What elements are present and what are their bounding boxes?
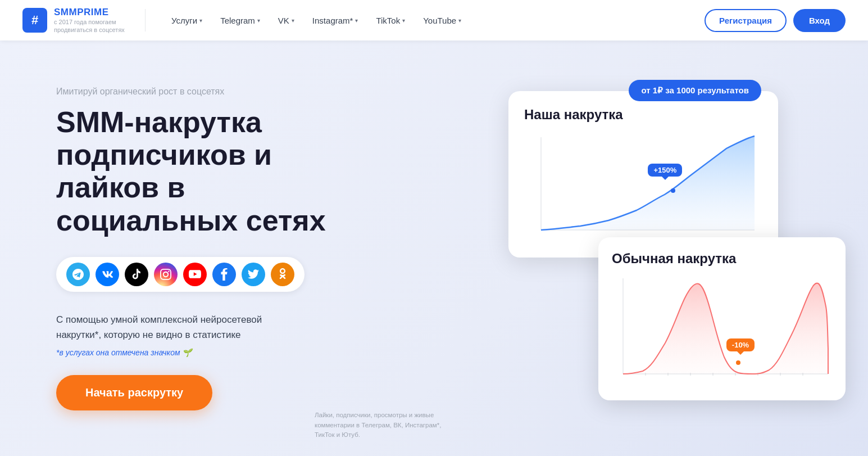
social-icon-ok[interactable] — [271, 263, 294, 286]
social-icons-row — [56, 257, 305, 292]
hero-description: С помощью умной комплексной нейросетевой… — [56, 312, 292, 342]
chevron-down-icon: ▾ — [355, 17, 358, 24]
chevron-down-icon: ▾ — [199, 17, 202, 24]
nav-label-vk: VK — [278, 16, 289, 25]
hero-left: Имитируй органический рост в соцсетях SM… — [56, 87, 348, 410]
nav: Услуги ▾ Telegram ▾ VK ▾ Instagram* ▾ Ti… — [163, 11, 705, 30]
nav-item-uslugi[interactable]: Услуги ▾ — [163, 11, 210, 30]
logo-brand: SMMPRIME — [54, 7, 127, 18]
card-normal-title: Обычная накрутка — [612, 251, 832, 267]
register-button[interactable]: Регистрация — [705, 9, 787, 32]
cta-button[interactable]: Начать раскрутку — [56, 375, 212, 410]
small-description: Лайки, подписчики, просмотры и живые ком… — [315, 410, 449, 440]
social-icon-twitter[interactable] — [242, 263, 265, 286]
nav-item-youtube[interactable]: YouTube ▾ — [415, 11, 469, 30]
social-icon-telegram[interactable] — [66, 263, 90, 286]
growth-label-150: +150% — [648, 164, 682, 177]
nav-item-vk[interactable]: VK ▾ — [270, 11, 302, 30]
logo-icon: # — [22, 8, 47, 33]
header-actions: Регистрация Вход — [705, 9, 846, 32]
hash-symbol: # — [31, 13, 38, 28]
nav-label-uslugi: Услуги — [171, 16, 197, 25]
nav-item-telegram[interactable]: Telegram ▾ — [212, 11, 268, 30]
card-normal-growth: Обычная накрутка -10% — [598, 237, 846, 400]
brand-prime: PRIME — [77, 7, 108, 17]
header: # SMMPRIME с 2017 года помогаем продвига… — [0, 0, 868, 40]
card-our-growth: от 1₽ за 1000 результатов Наша накрутка … — [508, 91, 778, 258]
logo-subtitle: с 2017 года помогаем продвигаться в соцс… — [54, 18, 127, 34]
hero-note: *в услугах она отмечена значком 🌱 — [56, 348, 348, 357]
normal-growth-chart: -10% — [612, 276, 832, 390]
header-divider — [145, 9, 146, 31]
charts-area: от 1₽ за 1000 результатов Наша накрутка … — [486, 74, 868, 456]
social-icon-instagram[interactable] — [154, 263, 178, 286]
login-button[interactable]: Вход — [793, 9, 846, 32]
brand-smm: SMM — [54, 7, 77, 17]
our-growth-chart: +150% — [524, 132, 762, 246]
social-icon-tiktok[interactable] — [125, 263, 148, 286]
svg-point-2 — [671, 188, 675, 193]
our-growth-svg — [524, 132, 760, 244]
card-our-title: Наша накрутка — [524, 107, 762, 123]
svg-point-13 — [736, 360, 740, 365]
chevron-down-icon: ▾ — [458, 17, 461, 24]
social-icon-youtube[interactable] — [183, 263, 207, 286]
nav-label-telegram: Telegram — [220, 16, 255, 25]
social-icon-facebook[interactable] — [212, 263, 236, 286]
price-badge: от 1₽ за 1000 результатов — [629, 80, 761, 101]
social-icon-vk[interactable] — [96, 263, 119, 286]
hero-subtitle: Имитируй органический рост в соцсетях — [56, 87, 348, 97]
chevron-down-icon: ▾ — [292, 17, 294, 24]
growth-label-neg: -10% — [726, 338, 755, 351]
chevron-down-icon: ▾ — [402, 17, 405, 24]
chevron-down-icon: ▾ — [257, 17, 260, 24]
nav-label-tiktok: TikTok — [376, 16, 400, 25]
nav-label-youtube: YouTube — [423, 16, 456, 25]
nav-item-tiktok[interactable]: TikTok ▾ — [368, 11, 413, 30]
hero-section: Имитируй органический рост в соцсетях SM… — [0, 40, 868, 456]
logo-text: SMMPRIME с 2017 года помогаем продвигать… — [54, 7, 127, 34]
logo-area: # SMMPRIME с 2017 года помогаем продвига… — [22, 7, 127, 34]
hero-note-text: *в услугах она отмечена значком 🌱 — [56, 348, 192, 357]
nav-item-instagram[interactable]: Instagram* ▾ — [305, 11, 366, 30]
nav-label-instagram: Instagram* — [312, 16, 353, 25]
hero-desc-text: С помощью умной комплексной нейросетевой… — [56, 314, 262, 340]
normal-growth-svg — [612, 276, 831, 388]
hero-title: SMM-накрутка подписчиков и лайков в соци… — [56, 106, 348, 237]
